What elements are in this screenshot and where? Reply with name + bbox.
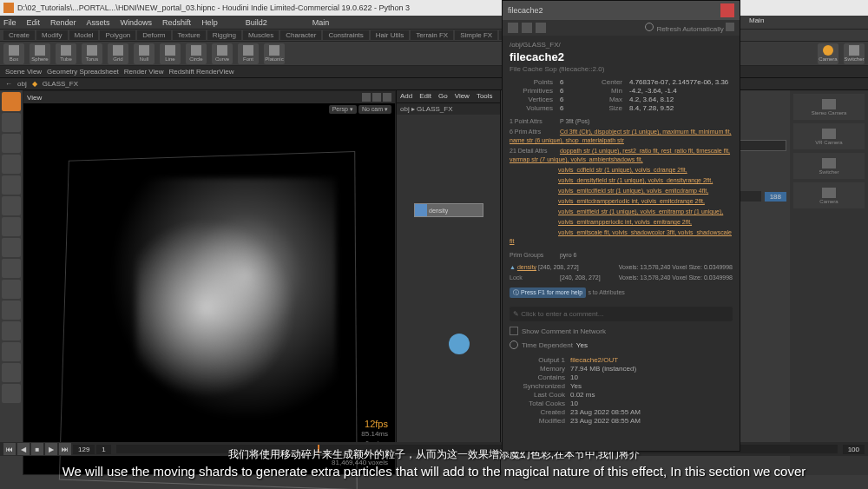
- shelf-line[interactable]: Line: [160, 43, 181, 64]
- tab-render-view[interactable]: Render View: [124, 68, 164, 76]
- attr-link[interactable]: volvis_emitscale flt, volvis_shadowcolor…: [510, 229, 732, 244]
- attr-link[interactable]: volvis_cdfield str (1 unique), volvis_cd…: [558, 167, 687, 173]
- tool-misc[interactable]: [2, 321, 21, 340]
- vp-icon[interactable]: [362, 93, 371, 102]
- path-node[interactable]: GLASS_FX: [43, 80, 78, 88]
- shelf-tab[interactable]: Rigging: [207, 30, 241, 40]
- tool-inspect[interactable]: [2, 238, 21, 257]
- net-go[interactable]: Go: [438, 92, 448, 101]
- info-tab-title[interactable]: filecache2: [508, 6, 543, 15]
- refresh-label[interactable]: Refresh Automatically: [656, 25, 723, 33]
- shelf-tab[interactable]: Character: [280, 30, 321, 40]
- rail-switcher[interactable]: Switcher: [793, 153, 865, 179]
- scene-viewport[interactable]: View Persp ▾ No cam ▾ 12fps 85.14ms 6 pr…: [23, 90, 396, 475]
- shelf-camera[interactable]: Camera: [818, 43, 838, 64]
- shelf-sphere[interactable]: Sphere: [30, 43, 50, 64]
- shelf-tab[interactable]: Simple FX: [455, 30, 497, 40]
- pin-icon[interactable]: [508, 23, 518, 33]
- tool-select[interactable]: [2, 92, 21, 111]
- density-vol-link[interactable]: density: [517, 264, 536, 270]
- shelf-tab[interactable]: Deform: [137, 30, 170, 40]
- path-obj[interactable]: obj: [17, 80, 27, 88]
- nocam-dropdown[interactable]: No cam ▾: [358, 105, 391, 114]
- shelf-circle[interactable]: Circle: [186, 43, 207, 64]
- shelf-tab[interactable]: Create: [3, 30, 35, 40]
- rail-vr-camera[interactable]: VR Camera: [793, 123, 865, 149]
- path-back[interactable]: ←: [5, 80, 12, 88]
- link-icon[interactable]: [536, 23, 546, 33]
- shelf-tab[interactable]: Hair Utils: [371, 30, 409, 40]
- output-link[interactable]: filecache2/OUT: [570, 356, 618, 364]
- tool-scale[interactable]: [2, 155, 21, 174]
- attr-link[interactable]: volvis_emitcdrampperiodic int, volvis_em…: [558, 198, 705, 204]
- network-pane[interactable]: Add Edit Go View Tools obj ▸ GLASS_FX de…: [396, 90, 500, 475]
- shelf-curve[interactable]: Curve: [212, 43, 233, 64]
- desktop-selector[interactable]: Build2: [246, 18, 267, 27]
- tool-light[interactable]: [2, 259, 21, 278]
- menu-redshift[interactable]: Redshift: [162, 18, 191, 27]
- attrs-link[interactable]: s to Attributes: [588, 289, 624, 295]
- tool-misc4[interactable]: [2, 384, 21, 403]
- net-view[interactable]: View: [455, 92, 470, 101]
- main-label[interactable]: Main: [312, 18, 330, 27]
- attr-link[interactable]: volvis_emitfield str (1 unique), volvis_…: [558, 208, 723, 215]
- gear-icon[interactable]: [522, 23, 532, 33]
- shelf-grid[interactable]: Grid: [108, 43, 128, 64]
- shelf-tab[interactable]: Constraints: [323, 30, 368, 40]
- tool-snap[interactable]: [2, 175, 21, 195]
- tool-misc2[interactable]: [2, 342, 21, 361]
- shelf-tab[interactable]: Muscles: [243, 30, 279, 40]
- show-comment-checkbox[interactable]: [510, 327, 518, 335]
- node-filecache[interactable]: [449, 334, 470, 354]
- shelf-tube[interactable]: Tube: [56, 43, 76, 64]
- shelf-switcher[interactable]: Switcher: [844, 43, 865, 64]
- smoke-volume-render: [136, 204, 310, 413]
- menu-help[interactable]: Help: [201, 18, 218, 27]
- close-icon[interactable]: [720, 3, 734, 17]
- shelf-tab[interactable]: Model: [69, 30, 99, 40]
- persp-dropdown[interactable]: Persp ▾: [329, 105, 357, 114]
- tool-move[interactable]: [2, 113, 21, 132]
- menu-file[interactable]: File: [3, 18, 16, 27]
- tool-view[interactable]: [2, 217, 21, 236]
- tool-misc3[interactable]: [2, 363, 21, 382]
- comment-input[interactable]: ✎ Click to enter a comment...: [510, 307, 733, 321]
- vp-icon[interactable]: [372, 93, 381, 102]
- attr-link[interactable]: volvis_emitrampperiodic int, volvis_emit…: [558, 219, 692, 225]
- tab-scene-view[interactable]: Scene View: [5, 68, 42, 76]
- tab-geo-spreadsheet[interactable]: Geometry Spreadsheet: [47, 68, 119, 76]
- attr-link[interactable]: volvis_densityfield str (1 unique), volv…: [558, 177, 713, 183]
- shelf-tab[interactable]: Polygon: [100, 30, 135, 40]
- menu-assets[interactable]: Assets: [87, 18, 110, 27]
- tab-rs-renderview[interactable]: Redshift RenderView: [168, 68, 233, 76]
- shelf-tab[interactable]: Terrain FX: [411, 30, 453, 40]
- apptab-main[interactable]: Main: [742, 16, 771, 28]
- net-add[interactable]: Add: [400, 92, 412, 101]
- vp-icon[interactable]: [383, 93, 391, 102]
- tool-handle[interactable]: [2, 196, 21, 215]
- tool-rotate[interactable]: [2, 134, 21, 153]
- menu-render[interactable]: Render: [50, 18, 76, 27]
- network-path[interactable]: obj ▸ GLASS_FX: [397, 102, 500, 115]
- shelf-tab[interactable]: Modify: [36, 30, 68, 40]
- menu-edit[interactable]: Edit: [27, 18, 41, 27]
- refresh-toggle-icon[interactable]: [726, 23, 734, 31]
- node-flag-icon[interactable]: [415, 204, 427, 216]
- shelf-tab[interactable]: Texture: [173, 30, 206, 40]
- net-edit[interactable]: Edit: [419, 92, 431, 101]
- shelf-null[interactable]: Null: [134, 43, 155, 64]
- shelf-platonic[interactable]: Platonic: [264, 43, 285, 64]
- tool-camera[interactable]: [2, 280, 21, 299]
- refresh-icon[interactable]: [645, 23, 654, 31]
- tool-brush[interactable]: [2, 301, 21, 320]
- rail-camera[interactable]: Camera: [793, 182, 865, 208]
- rail-stereo-camera[interactable]: Stereo Camera: [793, 94, 865, 120]
- menu-windows[interactable]: Windows: [121, 18, 153, 27]
- shelf-box[interactable]: Box: [3, 43, 24, 64]
- net-tools[interactable]: Tools: [477, 92, 493, 101]
- shelf-torus[interactable]: Torus: [82, 43, 102, 64]
- attr-link[interactable]: volvis_emitcdfield str (1 unique), volvi…: [558, 188, 708, 194]
- node-density[interactable]: density: [414, 203, 483, 217]
- shelf-font[interactable]: Font: [238, 43, 259, 64]
- help-chip[interactable]: ⓘ Press F1 for more help: [510, 287, 586, 298]
